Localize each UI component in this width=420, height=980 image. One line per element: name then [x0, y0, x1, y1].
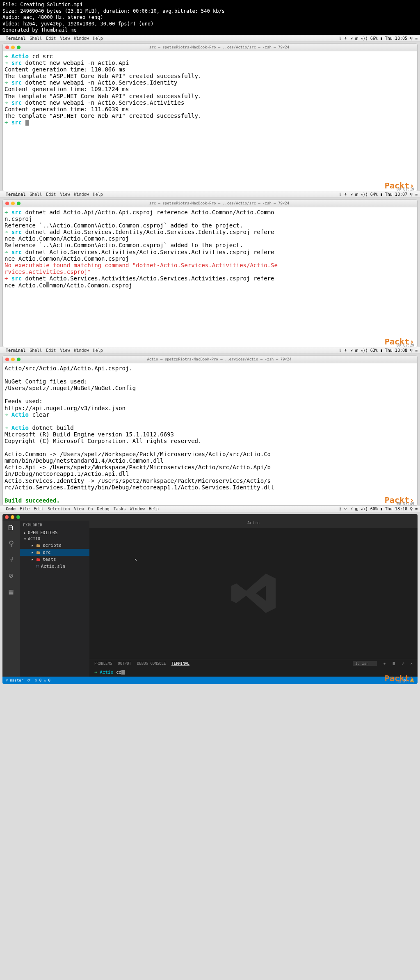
- folder-scripts[interactable]: 🖿scripts: [20, 542, 89, 549]
- search-icon[interactable]: ⚲: [410, 36, 413, 41]
- search-icon[interactable]: ⚲: [9, 539, 14, 548]
- zoom-button[interactable]: [17, 358, 21, 361]
- battery-pct: 64%: [370, 192, 378, 197]
- menu-icon[interactable]: ≡: [415, 507, 418, 511]
- new-terminal-icon[interactable]: ＋: [383, 661, 386, 666]
- menu-view[interactable]: View: [60, 36, 70, 41]
- timecode: 00:01:19: [397, 187, 414, 191]
- trash-icon[interactable]: 🗑: [392, 661, 396, 666]
- maximize-icon[interactable]: ⤢: [402, 661, 405, 666]
- tab-problems[interactable]: PROBLEMS: [94, 661, 112, 666]
- close-panel-icon[interactable]: ✕: [411, 661, 413, 666]
- search-icon[interactable]: ⚲: [410, 348, 413, 353]
- video-metadata: File: Creating Solution.mp4 Size: 249690…: [0, 0, 420, 35]
- bottom-panel: PROBLEMS OUTPUT DEBUG CONSOLE TERMINAL 1…: [89, 659, 418, 677]
- menu-edit[interactable]: Edit: [46, 36, 56, 41]
- traffic-lights: [5, 358, 21, 361]
- minimize-button[interactable]: [11, 46, 15, 49]
- menu-app[interactable]: Code: [6, 507, 16, 511]
- menu-view[interactable]: View: [74, 507, 84, 511]
- debug-icon[interactable]: ⊘: [9, 571, 14, 580]
- search-icon[interactable]: ⚲: [410, 192, 413, 197]
- cursor: [46, 282, 49, 287]
- zoom-button[interactable]: [16, 515, 20, 519]
- terminal-output[interactable]: ➜ Actio cd src ➜ src dotnet new webapi -…: [3, 51, 417, 191]
- video-line: Video: h264, yuv420p, 1920x1080, 30.00 f…: [2, 21, 418, 28]
- editor-title: Actio: [89, 521, 418, 528]
- scm-icon[interactable]: ⑂: [9, 555, 14, 564]
- file-sln[interactable]: ⬚Actio.sln: [20, 563, 89, 570]
- menu-window[interactable]: Window: [74, 36, 89, 41]
- close-button[interactable]: [5, 515, 9, 519]
- terminal-titlebar: src — spetz@Piotrs-MacBook-Pro — ..ces/A…: [3, 200, 417, 207]
- menu-icon[interactable]: ≡: [415, 192, 418, 197]
- menu-app[interactable]: Terminal: [6, 36, 25, 41]
- mac-menubar: Terminal Shell Edit View Window Help ᛒ ᯤ…: [0, 35, 420, 42]
- terminal-output[interactable]: ➜ src dotnet add Actio.Api/Actio.Api.csp…: [3, 207, 417, 347]
- file-line: File: Creating Solution.mp4: [2, 2, 418, 8]
- menu-shell[interactable]: Shell: [30, 36, 42, 41]
- folder-src[interactable]: 🖿src: [20, 549, 89, 556]
- zoom-button[interactable]: [17, 46, 21, 49]
- errors-warnings[interactable]: ⊘ 0 ⚠ 0: [35, 678, 50, 682]
- menu-edit[interactable]: Edit: [46, 192, 56, 197]
- tab-terminal[interactable]: TERMINAL: [171, 661, 189, 666]
- menu-app[interactable]: Terminal: [6, 348, 25, 353]
- terminal-body[interactable]: ➜ Actio cd: [89, 668, 418, 677]
- close-button[interactable]: [5, 358, 9, 361]
- menu-go[interactable]: Go: [88, 507, 93, 511]
- traffic-lights: [5, 46, 21, 49]
- root-folder[interactable]: ACTIO: [20, 536, 89, 542]
- menu-selection[interactable]: Selection: [48, 507, 70, 511]
- clock: Thu 18:05: [385, 36, 407, 41]
- menu-shell[interactable]: Shell: [30, 192, 42, 197]
- menu-shell[interactable]: Shell: [30, 348, 42, 353]
- menu-help[interactable]: Help: [93, 348, 103, 353]
- terminal-selector[interactable]: 1: zsh: [353, 661, 377, 666]
- explorer-icon[interactable]: 🗎: [7, 523, 15, 532]
- folder-icon: 🖿: [36, 557, 41, 562]
- menu-app[interactable]: Terminal: [6, 192, 25, 197]
- terminal-window: src — spetz@Piotrs-MacBook-Pro — ..ces/A…: [2, 200, 418, 347]
- packt-logo: Packt›00:05:11: [385, 673, 414, 683]
- menu-tasks[interactable]: Tasks: [114, 507, 126, 511]
- menu-help[interactable]: Help: [93, 192, 103, 197]
- folder-icon: 🖿: [36, 550, 41, 555]
- menu-window[interactable]: Window: [130, 507, 145, 511]
- menu-view[interactable]: View: [60, 192, 70, 197]
- screenshot-1: Terminal Shell Edit View Window Help ᛒ ᯤ…: [0, 35, 420, 191]
- packt-logo: Packt›00:03:49: [385, 495, 414, 505]
- menu-icon[interactable]: ≡: [415, 36, 418, 41]
- menu-window[interactable]: Window: [74, 348, 89, 353]
- tab-output[interactable]: OUTPUT: [118, 661, 131, 666]
- tab-debug[interactable]: DEBUG CONSOLE: [137, 661, 166, 666]
- open-editors-section[interactable]: OPEN EDITORS: [20, 530, 89, 536]
- editor-empty: ↖: [89, 528, 418, 659]
- menu-debug[interactable]: Debug: [97, 507, 110, 511]
- branch-indicator[interactable]: ⑂ master: [6, 678, 23, 682]
- search-icon[interactable]: ⚲: [410, 507, 413, 511]
- close-button[interactable]: [5, 46, 9, 49]
- menu-view[interactable]: View: [60, 348, 70, 353]
- close-button[interactable]: [5, 202, 9, 205]
- clock: Thu 18:07: [385, 192, 407, 197]
- extensions-icon[interactable]: ▦: [9, 587, 14, 596]
- menu-file[interactable]: File: [20, 507, 30, 511]
- window-title: src — spetz@Piotrs-MacBook-Pro — ..ces/A…: [24, 201, 415, 205]
- audio-line: Audio: aac, 48000 Hz, stereo (eng): [2, 14, 418, 21]
- minimize-button[interactable]: [11, 202, 15, 205]
- folder-tests[interactable]: 🖿tests: [20, 556, 89, 563]
- menu-edit[interactable]: Edit: [34, 507, 43, 511]
- sync-icon[interactable]: ⟳: [27, 678, 31, 682]
- traffic-lights: [5, 202, 21, 205]
- menu-window[interactable]: Window: [74, 192, 89, 197]
- zoom-button[interactable]: [17, 202, 21, 205]
- menu-help[interactable]: Help: [149, 507, 159, 511]
- menu-edit[interactable]: Edit: [46, 348, 56, 353]
- terminal-output[interactable]: Actio/src/Actio.Api/Actio.Api.csproj. Nu…: [3, 363, 417, 505]
- minimize-button[interactable]: [11, 358, 15, 361]
- screenshot-4: Code File Edit Selection View Go Debug T…: [0, 506, 420, 684]
- menu-help[interactable]: Help: [93, 36, 103, 41]
- minimize-button[interactable]: [11, 515, 14, 519]
- menu-icon[interactable]: ≡: [415, 348, 418, 353]
